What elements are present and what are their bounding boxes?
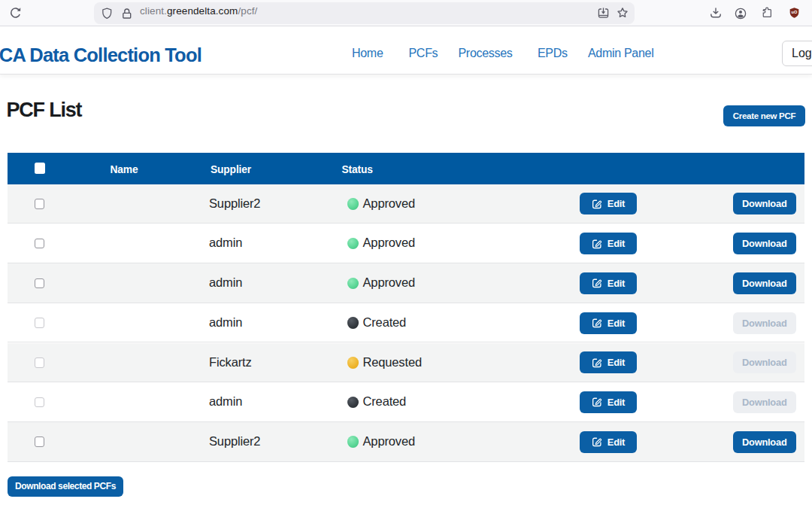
svg-text:uO: uO <box>792 10 798 14</box>
